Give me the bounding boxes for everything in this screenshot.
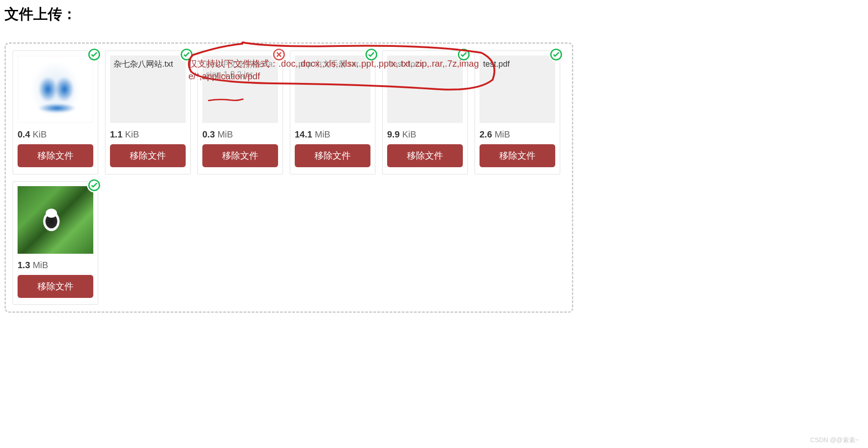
page-title: 文件上传： <box>5 5 863 24</box>
format-error-tooltip: 仅支持以下文件格式：.doc,.docx,.xls,.xlsx,.ppt,.pp… <box>188 57 486 82</box>
file-thumbnail: test.pdf <box>480 55 555 123</box>
remove-file-button[interactable]: 移除文件 <box>480 144 555 167</box>
file-size-label: 2.6 MiB <box>480 129 555 140</box>
file-thumbnail: 帮助中心.png <box>18 55 93 123</box>
remove-file-button[interactable]: 移除文件 <box>18 144 93 167</box>
file-card: 帮助中心.png 0.4 KiB 移除文件 <box>13 50 98 174</box>
remove-file-button[interactable]: 移除文件 <box>295 144 370 167</box>
file-size-label: 0.3 MiB <box>202 129 278 140</box>
file-size-label: 1.3 MiB <box>18 260 93 270</box>
file-card: 1.3 MiB 移除文件 <box>13 181 98 305</box>
file-card: test.pdf 2.6 MiB 移除文件 <box>475 50 560 174</box>
remove-file-button[interactable]: 移除文件 <box>387 144 463 167</box>
remove-file-button[interactable]: 移除文件 <box>202 144 278 167</box>
file-size-label: 1.1 KiB <box>110 129 186 140</box>
file-name-label: test.pdf <box>483 59 552 69</box>
remove-file-button[interactable]: 移除文件 <box>18 275 93 298</box>
file-name-label: 杂七杂八网站.txt <box>114 59 182 69</box>
file-card: 杂七杂八网站.txt 1.1 KiB 移除文件 <box>105 50 191 174</box>
file-size-label: 14.1 MiB <box>295 129 370 140</box>
check-circle-icon <box>87 178 101 192</box>
file-size-label: 0.4 KiB <box>18 129 93 140</box>
check-circle-icon <box>549 47 563 62</box>
file-thumbnail: 杂七杂八网站.txt <box>110 55 186 123</box>
check-circle-icon <box>87 47 101 62</box>
file-thumbnail <box>18 186 93 254</box>
remove-file-button[interactable]: 移除文件 <box>110 144 186 167</box>
upload-dropzone[interactable]: 仅支持以下文件格式：.doc,.docx,.xls,.xlsx,.ppt,.pp… <box>5 42 573 313</box>
file-size-label: 9.9 KiB <box>387 129 463 140</box>
